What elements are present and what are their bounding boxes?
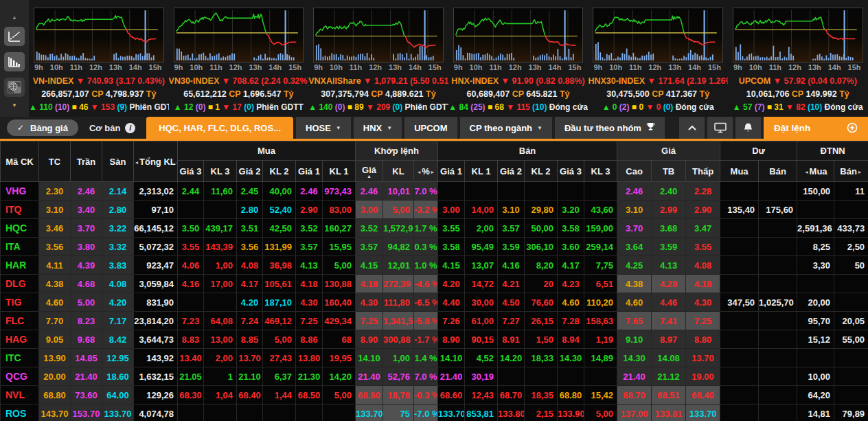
- index-intraday-chart[interactable]: [733, 8, 863, 62]
- subcol-giá-thấp[interactable]: Thấp: [686, 161, 720, 182]
- time-tick: 10h: [50, 63, 63, 73]
- ticker-symbol[interactable]: ITQ: [1, 201, 39, 219]
- index-intraday-chart[interactable]: [593, 8, 723, 62]
- subcol-mua-giá-2[interactable]: Giá 2: [237, 161, 263, 182]
- place-order-button[interactable]: Đặt lệnh: [764, 117, 868, 139]
- cell-buy-price-2: 4.20: [237, 293, 263, 312]
- group-header-khớp-lệnh: Khớp lệnh: [356, 141, 438, 161]
- subcol-bán-giá-2[interactable]: Giá 2: [498, 161, 525, 182]
- cell-buy-vol-2: 36,98: [263, 256, 296, 275]
- group-label: Khớp lệnh: [374, 146, 419, 156]
- col-header-mã-ck[interactable]: Mã CK: [1, 141, 39, 182]
- time-tick: 10h: [609, 63, 622, 73]
- cell-buy-price-1: 3.57: [296, 238, 323, 256]
- cell-match-change-pct: 0.3 %: [414, 238, 438, 256]
- time-tick: 10h: [190, 63, 203, 73]
- cell-foreign-sell: 11: [834, 182, 868, 201]
- subcol-mua-kl-3[interactable]: KL 3: [204, 161, 237, 182]
- basic-view-toggle[interactable]: Cơ bản i: [81, 123, 144, 133]
- chart-type-sidebar: ▲: [0, 0, 29, 117]
- display-mode-button[interactable]: [707, 117, 733, 139]
- cell-match-vol: 1,572,9: [383, 219, 414, 238]
- cell-tc: 13.90: [39, 349, 71, 367]
- ticker-symbol[interactable]: NVL: [1, 386, 39, 405]
- ticker-symbol[interactable]: QCG: [1, 367, 39, 386]
- ticker-symbol[interactable]: ITA: [1, 238, 39, 256]
- subcol-khớp lệnh-giá[interactable]: Giá▲: [356, 161, 383, 182]
- cell-foreign-buy: 10,00: [797, 367, 834, 386]
- tab-hnx[interactable]: HNX▼: [354, 117, 402, 139]
- subcol-đtnn-bán[interactable]: Bán▸: [834, 161, 868, 182]
- place-order-label: Đặt lệnh: [774, 123, 810, 133]
- bar-chart-button[interactable]: [4, 52, 25, 71]
- tab-hose[interactable]: HOSE▼: [296, 117, 351, 139]
- ticker-symbol[interactable]: ITC: [1, 349, 39, 367]
- board-view-toggle[interactable]: ✓ Bảng giá: [7, 120, 78, 136]
- subcol-khớp lệnh-%[interactable]: ◂%▸: [414, 161, 438, 182]
- col-header-tc[interactable]: TC: [39, 141, 71, 182]
- advancers-extra: (0): [193, 102, 205, 112]
- ticker-symbol[interactable]: FLC: [1, 312, 39, 330]
- subcol-bán-kl-1[interactable]: KL 1: [465, 161, 498, 182]
- time-tick: 11h: [350, 63, 362, 73]
- subcol-bán-kl-3[interactable]: KL 3: [584, 161, 617, 182]
- collapse-charts-button[interactable]: [679, 117, 705, 139]
- subcol-giá-cao[interactable]: Cao: [617, 161, 652, 182]
- cell-match-vol: 300,88: [383, 330, 414, 349]
- cell-ceiling: 21.40: [71, 367, 102, 386]
- subcol-dư-mua[interactable]: Mua: [720, 161, 759, 182]
- cell-total-volume: 923,47: [134, 256, 178, 275]
- index-intraday-chart[interactable]: [174, 8, 304, 62]
- col-header-sàn[interactable]: Sàn: [102, 141, 134, 182]
- ticker-symbol[interactable]: HAR: [1, 256, 39, 275]
- subcol-mua-giá-1[interactable]: Giá 1: [296, 161, 323, 182]
- column-label: Tổng KL: [139, 157, 176, 167]
- index-intraday-chart[interactable]: [34, 8, 164, 62]
- cell-sell-vol-3: 1,19: [584, 330, 617, 349]
- cell-match-price: 4.30: [356, 293, 383, 312]
- ticker-symbol[interactable]: TIG: [1, 293, 39, 312]
- cell-foreign-buy: 150,00: [797, 182, 834, 201]
- scroll-up-icon[interactable]: ▲: [12, 15, 17, 21]
- alerts-button[interactable]: [735, 117, 761, 139]
- subcol-dư-bán[interactable]: Bán: [759, 161, 797, 182]
- subcol-đtnn-mua[interactable]: ◂Mua: [797, 161, 834, 182]
- line-chart-button[interactable]: [4, 27, 25, 46]
- scroll-down-icon[interactable]: ▼: [12, 103, 17, 109]
- tab-cp-theo-ngành[interactable]: CP theo ngành▼: [460, 117, 552, 139]
- subcol-khớp lệnh-kl[interactable]: KL: [383, 161, 414, 182]
- tab-đầu-tư-theo-nhóm[interactable]: Đầu tư theo nhóm: [555, 117, 665, 139]
- col-header-tổng-kl[interactable]: ◂Tổng KL▸: [134, 141, 178, 182]
- index-intraday-chart[interactable]: [313, 8, 444, 62]
- subcol-bán-giá-1[interactable]: Giá 1: [438, 161, 465, 182]
- subcol-giá-tb[interactable]: TB: [652, 161, 686, 182]
- subcol-mua-kl-1[interactable]: KL 1: [323, 161, 356, 182]
- cell-sell-vol-2: 18,35: [525, 386, 558, 405]
- cell-sell-vol-2: 20: [525, 275, 558, 293]
- ticker-symbol[interactable]: HAG: [1, 330, 39, 349]
- cell-ceiling: 73.60: [71, 386, 102, 405]
- cell-tc: 3.10: [39, 201, 71, 219]
- cell-match-change-pct: -6.5 %: [414, 293, 438, 312]
- index-summary-line: HNX30-INDEX ▼ 171.64 (2.19 1.26%): [588, 75, 728, 88]
- cell-match-change-pct: -5.8 %: [414, 312, 438, 330]
- widget-layout-button[interactable]: [4, 78, 25, 97]
- column-label: Trần: [77, 157, 95, 167]
- tab-upcom[interactable]: UPCOM: [404, 117, 457, 139]
- cell-sell-vol-2: 29,80: [525, 201, 558, 219]
- subcol-mua-kl-2[interactable]: KL 2: [263, 161, 296, 182]
- ticker-symbol[interactable]: VHG: [1, 182, 39, 201]
- cell-price-high: 3.10: [617, 201, 652, 219]
- time-tick: 12h: [89, 63, 102, 73]
- ticker-symbol[interactable]: DLG: [1, 275, 39, 293]
- index-intraday-chart[interactable]: [453, 8, 584, 62]
- subcol-bán-kl-2[interactable]: KL 2: [525, 161, 558, 182]
- ticker-symbol[interactable]: HQC: [1, 219, 39, 238]
- tab-watchlist-active[interactable]: HQC, HAR, FLC, DLG, ROS...: [146, 117, 293, 139]
- col-header-trần[interactable]: Trần: [71, 141, 102, 182]
- ticker-symbol[interactable]: ROS: [1, 405, 39, 421]
- subcol-mua-giá-3[interactable]: Giá 3: [178, 161, 204, 182]
- subcol-bán-giá-3[interactable]: Giá 3: [558, 161, 584, 182]
- index-value-traded: 4,798.937: [103, 89, 146, 99]
- cell-buy-vol-1: 160,27: [323, 219, 356, 238]
